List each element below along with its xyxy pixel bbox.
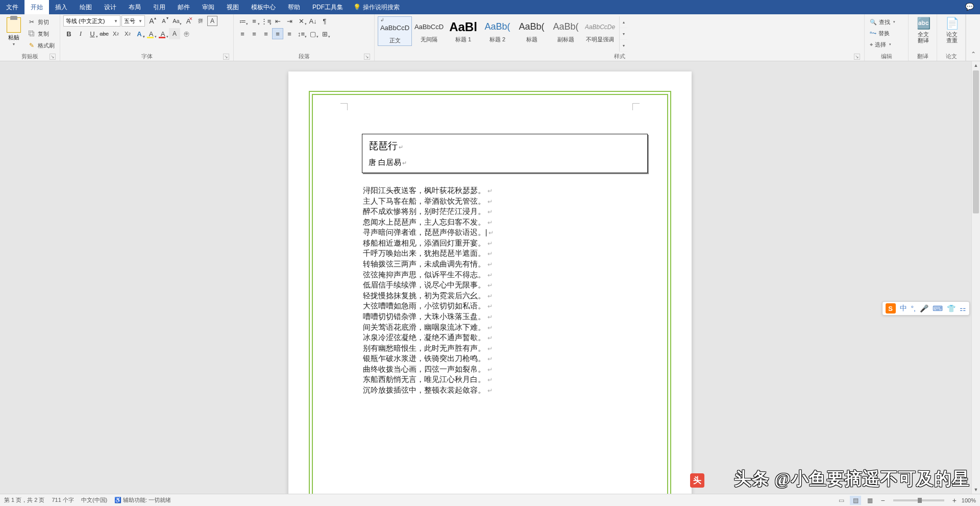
shading-button[interactable]: ▢▾ — [307, 28, 318, 39]
status-accessibility[interactable]: ♿ 辅助功能: 一切就绪 — [114, 496, 171, 504]
text-effects-button[interactable]: A▾ — [134, 28, 145, 39]
view-read-button[interactable]: ▭ — [836, 496, 847, 505]
char-shading-button[interactable]: A — [169, 28, 180, 39]
tab-insert[interactable]: 插入 — [49, 0, 74, 14]
comments-icon[interactable]: 💬 — [965, 3, 974, 11]
align-left-button[interactable]: ≡ — [237, 28, 248, 39]
style-item-4[interactable]: AaBb(标题 — [514, 16, 549, 46]
font-name-combo[interactable]: 等线 (中文正文)▼ — [63, 15, 120, 27]
superscript-button[interactable]: X2 — [122, 28, 133, 39]
status-page[interactable]: 第 1 页，共 2 页 — [4, 496, 44, 504]
style-item-2[interactable]: AaBl标题 1 — [446, 16, 480, 46]
sort-button[interactable]: A↓ — [307, 15, 318, 27]
highlight-button[interactable]: A▾ — [145, 28, 157, 39]
strike-button[interactable]: abc — [99, 28, 110, 39]
style-item-6[interactable]: AaBbCcDe不明显强调 — [583, 16, 617, 46]
page[interactable]: 琵琶行↵ 唐 白居易↵ 浔阳江头夜送客，枫叶荻花秋瑟瑟。↵主人下马客在船，举酒欲… — [288, 71, 692, 494]
zoom-slider[interactable] — [893, 499, 944, 501]
style-item-5[interactable]: AaBb(副标题 — [549, 16, 583, 46]
tab-layout[interactable]: 布局 — [122, 0, 147, 14]
ime-lang-indicator[interactable]: 中 — [900, 304, 907, 313]
decrease-indent-button[interactable]: ⇤ — [272, 15, 283, 27]
line-spacing-button[interactable]: ↕≡▾ — [296, 28, 307, 39]
replace-button[interactable]: ᵃ⤳替换 — [868, 28, 905, 39]
align-justify-button[interactable]: ≡ — [272, 28, 283, 39]
copy-button[interactable]: ⿻复制 — [26, 28, 57, 39]
poem-body[interactable]: 浔阳江头夜送客，枫叶荻花秋瑟瑟。↵主人下马客在船，举酒欲饮无管弦。↵醉不成欢惨将… — [363, 185, 659, 396]
status-word-count[interactable]: 711 个字 — [52, 496, 74, 504]
borders-button[interactable]: ⊞▾ — [319, 28, 330, 39]
font-launcher[interactable]: ↘ — [223, 54, 229, 60]
clear-format-button[interactable]: A✕ — [183, 15, 194, 27]
clipboard-launcher[interactable]: ↘ — [50, 54, 56, 60]
shrink-font-button[interactable]: A▾ — [158, 15, 169, 27]
translate-button[interactable]: 🔤 全文 翻译 — [912, 15, 935, 43]
scroll-up-icon[interactable]: ▲ — [972, 61, 980, 69]
grow-font-button[interactable]: A▴ — [146, 15, 157, 27]
scroll-thumb[interactable] — [973, 70, 979, 213]
tab-design[interactable]: 设计 — [98, 0, 122, 14]
subscript-button[interactable]: X2 — [110, 28, 121, 39]
italic-button[interactable]: I — [75, 28, 86, 39]
style-preview: AaBbCcD — [380, 20, 409, 36]
format-painter-button[interactable]: ✎格式刷 — [26, 40, 57, 51]
show-marks-button[interactable]: ¶ — [319, 15, 330, 27]
ime-menu-icon[interactable]: ⚏ — [960, 304, 966, 312]
underline-button[interactable]: U▾ — [87, 28, 98, 39]
status-language[interactable]: 中文(中国) — [81, 496, 107, 504]
style-item-0[interactable]: ↲AaBbCcD正文 — [378, 16, 412, 46]
asian-layout-button[interactable]: ✕▾ — [296, 15, 307, 27]
bullets-button[interactable]: ≔▾ — [237, 15, 248, 27]
tell-me-search[interactable]: 💡 操作说明搜索 — [353, 3, 400, 12]
zoom-level[interactable]: 100% — [962, 497, 976, 503]
numbering-button[interactable]: ≡▾ — [249, 15, 260, 27]
align-center-button[interactable]: ≡ — [249, 28, 260, 39]
paste-button[interactable]: 粘贴 ▼ — [3, 16, 24, 46]
font-color-button[interactable]: A▾ — [157, 28, 168, 39]
tab-mail[interactable]: 邮件 — [172, 0, 196, 14]
multilevel-button[interactable]: ⋮≡▾ — [260, 15, 272, 27]
ime-punct-icon[interactable]: °, — [911, 304, 916, 312]
styles-launcher[interactable]: ↘ — [854, 54, 860, 60]
ime-toolbar[interactable]: S 中 °, 🎤 ⌨ 👕 ⚏ — [882, 301, 970, 316]
tab-draw[interactable]: 绘图 — [74, 0, 98, 14]
styles-gallery-scroll[interactable]: ▴▾▾ — [619, 16, 627, 52]
search-icon: 🔍 — [870, 19, 877, 26]
tab-review[interactable]: 审阅 — [196, 0, 220, 14]
style-item-3[interactable]: AaBb(标题 2 — [480, 16, 514, 46]
view-web-button[interactable]: ▦ — [864, 496, 875, 505]
font-size-combo[interactable]: 五号▼ — [121, 15, 145, 27]
cut-button[interactable]: ✂剪切 — [26, 16, 57, 28]
phonetic-button[interactable]: 拼 — [195, 15, 206, 27]
bold-button[interactable]: B — [63, 28, 75, 39]
align-right-button[interactable]: ≡ — [260, 28, 272, 39]
increase-indent-button[interactable]: ⇥ — [284, 15, 295, 27]
tab-home[interactable]: 开始 — [24, 0, 49, 14]
scroll-down-icon[interactable]: ▼ — [972, 486, 980, 494]
ime-keyboard-icon[interactable]: ⌨ — [933, 304, 943, 312]
select-button[interactable]: ⌖选择▾ — [868, 39, 905, 50]
title-text-box[interactable]: 琵琶行↵ 唐 白居易↵ — [362, 134, 648, 173]
poem-line: 转轴拨弦三两声，未成曲调先有情。↵ — [363, 259, 659, 270]
char-border-button[interactable]: A — [207, 16, 217, 26]
find-button[interactable]: 🔍查找▾ — [868, 16, 905, 28]
change-case-button[interactable]: Aa▾ — [170, 15, 182, 27]
view-print-button[interactable]: ▤ — [850, 496, 861, 505]
enclose-char-button[interactable]: ㊥ — [181, 28, 192, 39]
zoom-in-button[interactable]: + — [950, 496, 959, 504]
tab-templates[interactable]: 模板中心 — [245, 0, 282, 14]
paragraph-launcher[interactable]: ↘ — [364, 54, 370, 60]
collapse-ribbon-button[interactable]: ⌃ — [966, 14, 980, 61]
style-item-1[interactable]: AaBbCcD无间隔 — [412, 16, 446, 46]
zoom-out-button[interactable]: − — [878, 496, 887, 504]
vertical-scrollbar[interactable]: ▲ ▼ — [971, 61, 980, 494]
ime-mic-icon[interactable]: 🎤 — [920, 304, 928, 312]
tab-view[interactable]: 视图 — [220, 0, 245, 14]
tab-help[interactable]: 帮助 — [282, 0, 306, 14]
tab-file[interactable]: 文件 — [0, 0, 24, 14]
ime-skin-icon[interactable]: 👕 — [947, 304, 955, 312]
tab-pdf[interactable]: PDF工具集 — [306, 0, 349, 14]
paper-check-button[interactable]: 📄 论文 查重 — [940, 15, 964, 43]
align-distribute-button[interactable]: ≡ — [284, 28, 295, 39]
tab-references[interactable]: 引用 — [147, 0, 172, 14]
